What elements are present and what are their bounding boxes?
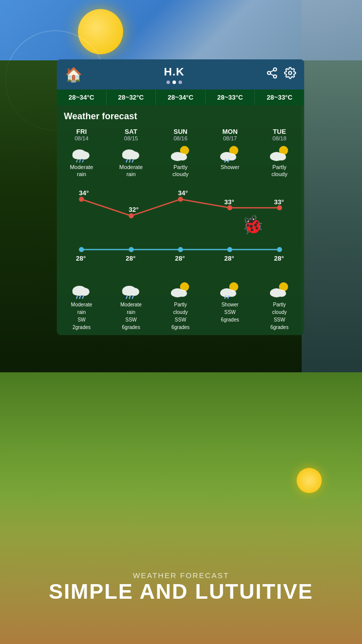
- wind-col-tue: PartlycloudySSW6grades: [255, 279, 304, 335]
- weather-label-sun: Partlycloudy: [172, 164, 189, 178]
- svg-line-4: [270, 70, 274, 72]
- svg-point-43: [129, 247, 134, 252]
- day-date-tue: 08/18: [273, 135, 287, 141]
- svg-text:28°: 28°: [126, 255, 136, 262]
- svg-line-3: [270, 74, 274, 76]
- svg-point-5: [289, 71, 292, 74]
- svg-point-35: [227, 205, 232, 210]
- share-icon[interactable]: [266, 67, 278, 82]
- wind-label-tue: PartlycloudySSW6grades: [270, 301, 289, 331]
- svg-text:34°: 34°: [178, 189, 188, 197]
- dot-3: [178, 80, 182, 84]
- wind-label-mon: ShowerSSW6grades: [221, 301, 239, 324]
- settings-icon[interactable]: [284, 67, 296, 82]
- svg-point-34: [178, 197, 183, 202]
- wind-col-fri: ModeraterainSW2grades: [57, 279, 106, 335]
- svg-point-30: [277, 153, 286, 160]
- svg-point-31: [270, 154, 277, 160]
- home-icon[interactable]: 🏠: [65, 66, 82, 83]
- svg-line-16: [129, 159, 130, 163]
- dot-2: [172, 80, 176, 84]
- temp-cell-3: 28~33°C: [206, 90, 255, 105]
- svg-text:32°: 32°: [129, 206, 139, 213]
- svg-line-55: [76, 296, 77, 299]
- svg-point-45: [227, 247, 232, 252]
- bg-right: [302, 0, 362, 403]
- header: 🏠 H.K: [57, 59, 304, 90]
- svg-point-14: [122, 152, 130, 159]
- svg-point-54: [72, 288, 80, 295]
- svg-point-76: [277, 290, 286, 297]
- svg-point-42: [79, 247, 84, 252]
- svg-text:28°: 28°: [224, 255, 234, 262]
- svg-line-62: [129, 296, 130, 299]
- svg-text:28°: 28°: [175, 255, 185, 262]
- weather-label-fri: Moderaterain: [70, 164, 93, 178]
- wind-col-mon: ShowerSSW6grades: [205, 279, 254, 335]
- day-date-mon: 08/17: [223, 135, 237, 141]
- day-name-mon: MON: [222, 128, 237, 135]
- header-actions: [266, 67, 296, 82]
- svg-line-10: [79, 159, 80, 163]
- wind-label-sat: ModeraterainSSW6grades: [120, 301, 141, 331]
- svg-point-7: [79, 151, 89, 159]
- day-date-fri: 08/14: [74, 135, 88, 141]
- weather-icon-mon: [218, 144, 242, 163]
- svg-point-8: [72, 152, 80, 159]
- day-date-sun: 08/16: [173, 135, 188, 141]
- bg-flowers: [0, 493, 362, 644]
- wind-icon-sat: [119, 281, 143, 299]
- day-name-sun: SUN: [173, 128, 187, 135]
- weather-icon-sat: [119, 144, 143, 163]
- weather-icon-fri: [69, 144, 94, 163]
- wind-icon-mon: [218, 281, 242, 299]
- chart-svg: 34° 32° 34° 33° 33° 28° 28° 28° 28° 28°: [57, 184, 304, 275]
- header-title-group: H.K: [164, 65, 185, 84]
- svg-point-71: [220, 290, 227, 296]
- svg-text:34°: 34°: [79, 189, 89, 197]
- app-card: 🏠 H.K 28~3: [57, 59, 304, 335]
- svg-line-11: [82, 159, 83, 163]
- day-name-fri: FRI: [76, 128, 87, 135]
- location-title: H.K: [164, 65, 185, 78]
- day-date-sat: 08/15: [124, 135, 138, 141]
- svg-point-66: [178, 290, 187, 297]
- weather-label-sat: Moderaterain: [119, 164, 142, 178]
- svg-point-33: [129, 213, 134, 218]
- day-name-tue: TUE: [273, 128, 286, 135]
- tagline-main: SIMPLE AND LUTUITIVE: [0, 580, 362, 604]
- wind-label-fri: ModeraterainSW2grades: [71, 301, 92, 331]
- svg-point-67: [171, 290, 178, 296]
- day-col-tue: TUE 08/18 Partlycloudy: [255, 126, 304, 180]
- svg-point-2: [274, 75, 277, 78]
- day-col-mon: MON 08/17 Shower: [205, 126, 254, 180]
- forecast-label: Weather forecast: [57, 105, 304, 126]
- day-name-sat: SAT: [125, 128, 137, 135]
- svg-point-25: [220, 154, 227, 160]
- svg-point-53: [79, 288, 89, 296]
- temp-bar: 28~34°C 28~32°C 28~34°C 28~33°C 28~33°C: [57, 90, 304, 105]
- svg-text:28°: 28°: [274, 255, 284, 262]
- weather-icon-sun: [168, 144, 193, 163]
- ladybug-decoration: 🐞: [241, 214, 264, 235]
- wind-section: ModeraterainSW2grades Mo: [57, 279, 304, 335]
- wind-icon-fri: [69, 281, 94, 299]
- dot-1: [166, 80, 170, 84]
- svg-point-32: [79, 197, 84, 202]
- weather-label-tue: Partlycloudy: [272, 164, 288, 178]
- bg-sun-bottom: [297, 468, 322, 493]
- days-row: FRI 08/14 Moderaterain: [57, 126, 304, 180]
- svg-line-61: [126, 296, 127, 299]
- tagline-sub: WEATHER FORECAST: [0, 571, 362, 580]
- weather-label-mon: Shower: [221, 164, 239, 178]
- page-dots: [164, 80, 185, 84]
- temp-cell-2: 28~34°C: [156, 90, 206, 105]
- temp-cell-1: 28~32°C: [107, 90, 156, 105]
- svg-text:33°: 33°: [224, 198, 234, 206]
- svg-point-77: [270, 290, 277, 296]
- svg-point-13: [129, 151, 139, 159]
- svg-point-36: [277, 205, 282, 210]
- chart-area: 34° 32° 34° 33° 33° 28° 28° 28° 28° 28° …: [57, 184, 304, 275]
- wind-col-sat: ModeraterainSSW6grades: [106, 279, 155, 335]
- svg-point-59: [129, 288, 139, 296]
